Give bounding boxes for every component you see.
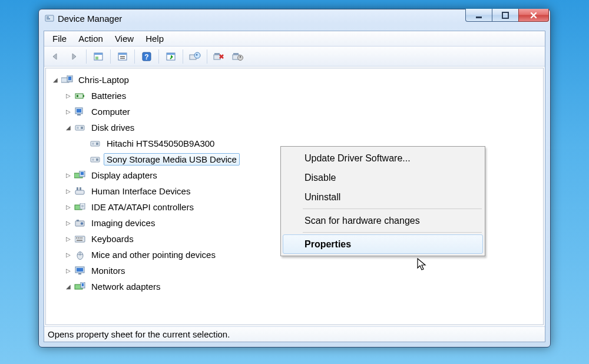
battery-icon: [74, 91, 86, 101]
close-button[interactable]: [518, 9, 549, 22]
tree-item-network[interactable]: ◢ Network adapters: [46, 279, 543, 294]
svg-rect-26: [68, 77, 71, 80]
keyboard-icon: [74, 234, 86, 244]
ctx-uninstall[interactable]: Uninstall: [283, 187, 483, 207]
ctx-scan[interactable]: Scan for hardware changes: [283, 211, 483, 230]
back-button[interactable]: [47, 48, 64, 65]
menu-help[interactable]: Help: [140, 32, 170, 45]
expand-icon[interactable]: ▷: [65, 92, 72, 100]
context-menu: Update Driver Software... Disable Uninst…: [280, 146, 485, 256]
uninstall-button[interactable]: [210, 48, 228, 65]
ctx-item-label: Scan for hardware changes: [305, 216, 420, 226]
client-area: File Action View Help ? ◢: [44, 31, 545, 342]
tree-item-disk-drives[interactable]: ◢ Disk drives: [46, 120, 543, 135]
menubar: File Action View Help: [44, 31, 545, 47]
svg-rect-22: [233, 53, 239, 55]
svg-rect-38: [96, 143, 98, 145]
expand-icon[interactable]: ▷: [65, 220, 72, 227]
tree-item-label: Computer: [88, 105, 133, 118]
svg-point-40: [92, 158, 94, 161]
menu-view[interactable]: View: [109, 32, 140, 45]
svg-point-37: [92, 143, 94, 145]
svg-rect-56: [78, 237, 79, 239]
svg-rect-59: [77, 240, 82, 241]
tree-item-monitors[interactable]: ▷ Monitors: [46, 263, 543, 279]
tree-item-label: Human Interface Devices: [88, 185, 193, 197]
svg-point-18: [196, 54, 197, 55]
svg-rect-58: [81, 237, 82, 239]
svg-point-34: [77, 127, 79, 129]
tree-item-label: Imaging devices: [88, 217, 158, 229]
tree-item-label: Network adapters: [88, 280, 164, 293]
ctx-disable[interactable]: Disable: [283, 168, 483, 187]
app-icon: [45, 14, 54, 23]
properties-button[interactable]: [114, 48, 131, 65]
tree-item-label: Batteries: [88, 90, 129, 102]
expand-icon[interactable]: ◢: [65, 124, 72, 131]
device-manager-window: Device Manager File Action View Help ?: [38, 9, 551, 348]
tree-item-label: Keyboards: [88, 233, 137, 245]
expand-icon[interactable]: ▷: [65, 204, 72, 211]
expand-icon[interactable]: ▷: [65, 252, 72, 259]
svg-rect-10: [120, 56, 125, 57]
svg-rect-64: [77, 268, 83, 272]
svg-text:?: ?: [144, 53, 148, 61]
status-bar: Opens property sheet for the current sel…: [44, 326, 545, 342]
svg-rect-68: [82, 283, 84, 286]
svg-rect-9: [118, 53, 127, 55]
menu-file[interactable]: File: [47, 32, 72, 45]
tree-item-label: Disk drives: [88, 121, 137, 134]
svg-rect-6: [94, 53, 102, 55]
show-hide-tree-button[interactable]: [90, 48, 107, 65]
update-driver-button[interactable]: [186, 48, 204, 65]
expand-icon[interactable]: ◢: [65, 283, 72, 290]
device-tree[interactable]: ◢ Chris-Laptop ▷ Batteries ▷ Computer ◢: [45, 68, 544, 325]
tree-item-label: Sony Storage Media USB Device: [104, 153, 240, 166]
tree-item-label: IDE ATA/ATAPI controllers: [88, 201, 197, 213]
svg-rect-4: [502, 12, 508, 18]
svg-rect-35: [81, 127, 83, 129]
hid-icon: [74, 186, 86, 197]
ctx-update-driver[interactable]: Update Driver Software...: [283, 148, 483, 168]
ctx-item-label: Properties: [305, 239, 351, 250]
disk-icon: [74, 123, 86, 133]
maximize-button[interactable]: [492, 9, 519, 22]
svg-rect-1: [47, 16, 49, 18]
svg-rect-31: [77, 109, 81, 112]
ctx-item-label: Update Driver Software...: [305, 153, 411, 164]
computer-root-icon: [61, 75, 73, 85]
svg-rect-65: [78, 273, 81, 274]
expand-icon[interactable]: ▷: [65, 236, 72, 243]
ctx-properties[interactable]: Properties: [283, 234, 483, 254]
menu-action[interactable]: Action: [72, 32, 109, 45]
tree-item-batteries[interactable]: ▷ Batteries: [46, 88, 543, 104]
svg-rect-44: [81, 172, 84, 175]
disable-button[interactable]: [229, 48, 247, 65]
svg-rect-57: [80, 237, 81, 239]
expand-icon[interactable]: ▷: [65, 172, 72, 179]
scan-hardware-button[interactable]: [162, 48, 180, 65]
computer-icon: [74, 107, 86, 117]
svg-rect-46: [77, 187, 78, 190]
expand-icon[interactable]: ◢: [52, 77, 59, 84]
expand-icon[interactable]: ▷: [65, 108, 72, 115]
toolbar: ?: [44, 47, 545, 67]
svg-rect-29: [77, 95, 78, 97]
tree-root[interactable]: ◢ Chris-Laptop: [46, 72, 543, 88]
svg-rect-41: [96, 158, 98, 161]
minimize-button[interactable]: [465, 9, 492, 22]
svg-rect-11: [120, 58, 125, 59]
ctx-separator: [303, 209, 482, 209]
forward-button[interactable]: [65, 48, 83, 65]
expand-icon[interactable]: ▷: [65, 267, 72, 274]
svg-point-50: [81, 204, 84, 207]
expand-icon[interactable]: ▷: [65, 188, 72, 195]
tree-item-label: Mice and other pointing devices: [88, 249, 219, 261]
help-button[interactable]: ?: [138, 48, 155, 65]
titlebar[interactable]: Device Manager: [39, 9, 550, 27]
tree-item-computer[interactable]: ▷ Computer: [46, 104, 543, 120]
tree-root-label: Chris-Laptop: [75, 74, 132, 86]
svg-rect-28: [83, 95, 84, 97]
status-text: Opens property sheet for the current sel…: [48, 329, 230, 339]
svg-point-52: [81, 222, 83, 224]
